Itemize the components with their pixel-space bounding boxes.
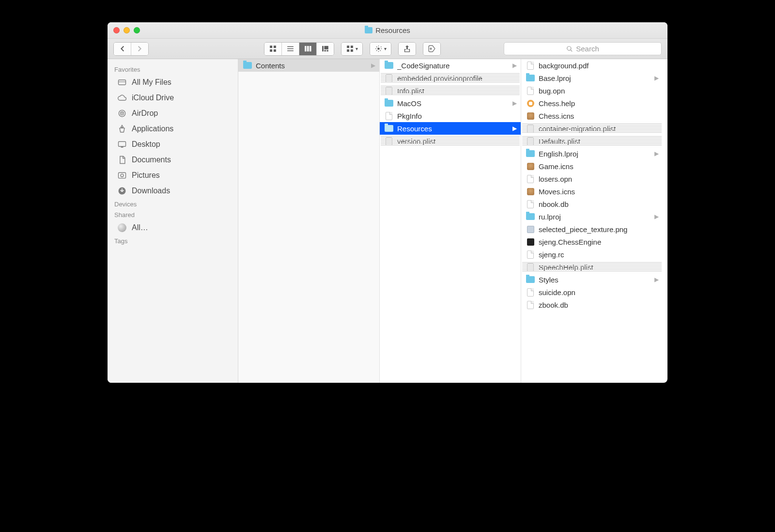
file-row[interactable]: bug.opn [521, 84, 663, 97]
sidebar-item-label: Documents [132, 156, 171, 164]
column-1[interactable]: _CodeSignature▶embedded.provisionprofile… [380, 59, 521, 383]
file-row[interactable]: version.plist [380, 135, 521, 147]
file-row[interactable]: Styles▶ [521, 273, 663, 286]
file-row[interactable]: PkgInfo [380, 110, 521, 122]
file-row[interactable]: Moves.icns [521, 185, 663, 198]
svg-rect-5 [287, 48, 294, 49]
file-row[interactable]: losers.opn [521, 172, 663, 185]
sidebar-item-all-my-files[interactable]: All My Files [108, 75, 238, 90]
back-button[interactable] [114, 43, 131, 55]
file-row[interactable]: Contents▶ [238, 59, 379, 72]
disclosure-arrow-icon: ▶ [654, 213, 659, 220]
file-label: background.pdf [539, 62, 659, 70]
disclosure-arrow-icon: ▶ [512, 125, 517, 132]
sidebar-item-label: All My Files [132, 78, 171, 87]
svg-point-18 [377, 47, 380, 50]
file-row[interactable]: selected_piece_texture.png [521, 223, 663, 235]
search-icon [566, 46, 573, 52]
arrange-button[interactable]: ▾ [341, 43, 362, 55]
file-row[interactable]: container-migration.plist [521, 122, 663, 135]
sidebar-item-documents[interactable]: Documents [108, 152, 238, 168]
arrange-group: ▾ [341, 42, 363, 56]
svg-rect-7 [305, 46, 307, 51]
pictures-icon [117, 171, 127, 180]
sidebar-item-label: AirDrop [132, 109, 158, 118]
sidebar-item-airdrop[interactable]: AirDrop [108, 106, 238, 121]
file-row[interactable]: zbook.db [521, 298, 663, 311]
disclosure-arrow-icon: ▶ [654, 276, 659, 283]
sidebar-item-label: Applications [132, 125, 173, 133]
all-my-files-icon [117, 78, 127, 87]
file-row[interactable]: nbook.db [521, 198, 663, 210]
zoom-button[interactable] [134, 27, 140, 33]
share-button[interactable] [399, 43, 416, 55]
svg-rect-3 [274, 49, 276, 52]
file-row[interactable]: sjeng.ChessEngine [521, 235, 663, 248]
forward-button[interactable] [131, 43, 148, 55]
svg-rect-17 [351, 49, 353, 52]
sidebar-item-icloud-drive[interactable]: iCloud Drive [108, 90, 238, 106]
view-mode-group [264, 42, 334, 56]
folder-icon [365, 27, 372, 33]
list-view-button[interactable] [281, 43, 299, 55]
file-row[interactable]: Info.plist [380, 84, 521, 97]
file-label: selected_piece_texture.png [539, 225, 659, 234]
file-row[interactable]: SpeechHelp.plist [521, 261, 663, 273]
sidebar-item-all-[interactable]: All… [108, 220, 238, 235]
close-button[interactable] [113, 27, 120, 33]
file-row[interactable]: _CodeSignature▶ [380, 59, 521, 72]
toolbar: ▾ ▾ Search [108, 39, 667, 59]
minimize-button[interactable] [124, 27, 130, 33]
tags-button[interactable] [423, 43, 440, 55]
column-0[interactable]: Contents▶ [238, 59, 380, 383]
sidebar-item-downloads[interactable]: Downloads [108, 183, 238, 199]
file-row[interactable]: Chess.icns [521, 110, 663, 122]
file-row[interactable]: suicide.opn [521, 286, 663, 298]
plist-icon [526, 137, 535, 145]
sidebar: FavoritesAll My FilesiCloud DriveAirDrop… [108, 59, 238, 383]
file-label: bug.opn [539, 87, 659, 95]
file-label: Resources [397, 125, 509, 133]
titlebar[interactable]: Resources [108, 22, 667, 39]
file-label: sjeng.rc [539, 250, 659, 259]
icon-view-button[interactable] [264, 43, 281, 55]
file-label: Contents [256, 62, 367, 70]
file-row[interactable]: Base.lproj▶ [521, 72, 663, 84]
file-label: _CodeSignature [397, 62, 509, 70]
file-label: nbook.db [539, 200, 659, 208]
file-label: English.lproj [539, 150, 651, 158]
sidebar-item-applications[interactable]: Applications [108, 121, 238, 137]
svg-rect-8 [307, 46, 309, 51]
file-row[interactable]: Resources▶ [380, 122, 521, 135]
file-row[interactable]: ru.lproj▶ [521, 210, 663, 223]
plist-icon [526, 124, 535, 133]
column-browser: Contents▶_CodeSignature▶embedded.provisi… [238, 59, 667, 383]
svg-rect-1 [274, 46, 276, 48]
column-view-button[interactable] [299, 43, 316, 55]
file-icon [526, 288, 535, 297]
file-row[interactable]: Defaults.plist [521, 135, 663, 147]
file-row[interactable]: sjeng.rc [521, 248, 663, 261]
file-row[interactable]: Game.icns [521, 160, 663, 172]
file-row[interactable]: MacOS▶ [380, 97, 521, 110]
file-row[interactable]: embedded.provisionprofile [380, 72, 521, 84]
file-row[interactable]: Chess.help [521, 97, 663, 110]
svg-point-23 [122, 113, 123, 114]
plist-icon [526, 263, 535, 271]
column-2[interactable]: background.pdfBase.lproj▶bug.opnChess.he… [521, 59, 663, 383]
plist-icon [385, 86, 393, 95]
sidebar-item-pictures[interactable]: Pictures [108, 168, 238, 183]
svg-rect-12 [324, 50, 326, 51]
action-button[interactable]: ▾ [370, 43, 391, 55]
traffic-lights [113, 27, 140, 33]
search-field[interactable]: Search [504, 42, 662, 55]
gallery-view-button[interactable] [316, 43, 334, 55]
help-icon [526, 99, 535, 108]
file-icon [526, 300, 535, 309]
file-row[interactable]: English.lproj▶ [521, 147, 663, 160]
png-icon [526, 225, 535, 234]
file-icon [526, 200, 535, 208]
sidebar-item-desktop[interactable]: Desktop [108, 137, 238, 152]
file-label: losers.opn [539, 175, 659, 183]
file-row[interactable]: background.pdf [521, 59, 663, 72]
